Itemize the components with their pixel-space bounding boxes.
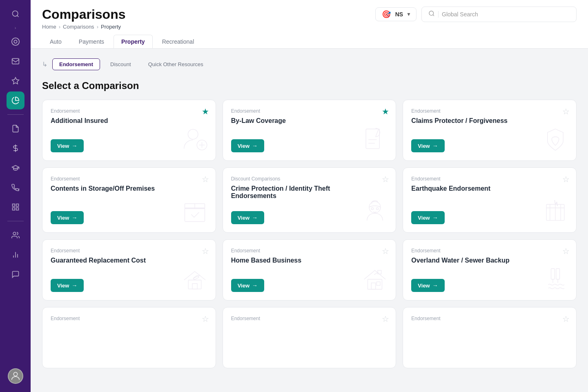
sub-tab-quick-other[interactable]: Quick Other Resources [141, 58, 210, 70]
phone-icon[interactable] [7, 178, 24, 196]
view-button[interactable]: View → [231, 139, 264, 152]
graduation-icon[interactable] [7, 159, 24, 177]
chart-pie-icon[interactable] [7, 91, 24, 109]
card-title: Guaranteed Replacement Cost [51, 257, 160, 271]
ns-flag: 🎯 [381, 10, 392, 18]
svg-rect-43 [556, 269, 560, 279]
people-icon[interactable] [7, 226, 24, 244]
svg-marker-4 [12, 78, 19, 84]
arrow-icon: → [432, 214, 438, 221]
star-icon[interactable]: ☆ [382, 314, 389, 324]
star-icon[interactable]: ☆ [562, 174, 570, 184]
svg-rect-39 [377, 282, 381, 285]
section-title: Select a Comparison [42, 80, 577, 91]
dollar-icon[interactable] [7, 139, 24, 157]
view-button[interactable]: View → [411, 279, 444, 292]
page-title: Comparisons [42, 7, 125, 22]
chat-grid-icon[interactable] [7, 198, 24, 216]
view-button[interactable]: View → [51, 139, 84, 152]
search-bar[interactable]: Global Search [421, 7, 577, 22]
star-icon[interactable]: ☆ [382, 174, 389, 184]
search-icon[interactable] [7, 5, 24, 23]
thief-icon [361, 197, 389, 226]
search-divider [438, 11, 439, 18]
sub-tab-endorsement[interactable]: Endorsement [52, 58, 100, 70]
card-type: Endorsement [411, 316, 568, 321]
view-button[interactable]: View → [411, 211, 444, 224]
card-title: Overland Water / Sewer Backup [411, 257, 521, 271]
star-icon[interactable] [7, 72, 24, 90]
shield-hand-icon [541, 125, 570, 154]
view-button[interactable]: View → [231, 279, 264, 292]
arrow-icon: → [71, 214, 77, 221]
svg-rect-38 [372, 283, 376, 290]
breadcrumb-current: Property [101, 24, 121, 30]
star-icon[interactable]: ☆ [202, 314, 209, 324]
card-partial-2: Endorsement ☆ [223, 307, 396, 368]
star-icon[interactable]: ☆ [202, 246, 209, 256]
tab-payments[interactable]: Payments [71, 35, 112, 48]
content-area: ↳ Endorsement Discount Quick Other Resou… [31, 49, 588, 392]
mail-icon[interactable] [7, 52, 24, 70]
bar-chart-icon[interactable] [7, 246, 24, 264]
card-type: Endorsement [51, 108, 207, 114]
card-type: Endorsement [51, 248, 207, 254]
breadcrumb-comparisons[interactable]: Comparisons [63, 24, 94, 30]
orbit-icon[interactable] [7, 33, 24, 51]
star-icon[interactable]: ☆ [382, 246, 389, 256]
header: Comparisons 🎯 NS ▼ Global Search Home › [31, 0, 588, 49]
main-tabs: Auto Payments Property Recreational [42, 35, 577, 48]
main-content: Comparisons 🎯 NS ▼ Global Search Home › [31, 0, 588, 392]
sidebar: › [0, 0, 31, 392]
view-button[interactable]: View → [51, 211, 84, 224]
svg-rect-34 [188, 280, 201, 289]
storage-box-icon [180, 197, 209, 226]
view-button[interactable]: View → [51, 279, 84, 292]
svg-rect-3 [12, 58, 19, 64]
arrow-icon: → [432, 282, 438, 289]
star-icon[interactable]: ☆ [562, 246, 570, 256]
svg-point-28 [376, 207, 379, 209]
svg-rect-35 [192, 284, 197, 289]
svg-point-26 [369, 202, 381, 213]
svg-rect-23 [185, 208, 205, 221]
star-icon[interactable]: ☆ [562, 107, 570, 116]
card-partial-3: Endorsement ☆ [403, 307, 577, 368]
arrow-icon: → [252, 143, 258, 149]
cards-grid: Endorsement Additional Insured ★ View → [42, 100, 577, 368]
star-icon[interactable]: ☆ [202, 174, 209, 184]
breadcrumb-home[interactable]: Home [42, 24, 56, 30]
card-type: Endorsement [411, 176, 568, 182]
avatar[interactable] [8, 368, 23, 384]
document-icon[interactable] [7, 120, 24, 138]
divider [7, 114, 24, 115]
card-type: Endorsement [51, 316, 207, 321]
star-icon[interactable]: ☆ [562, 314, 570, 324]
chevron-down-icon: ▼ [406, 11, 411, 17]
view-button[interactable]: View → [411, 139, 444, 152]
sub-tab-arrow-icon: ↳ [42, 60, 47, 68]
tab-auto[interactable]: Auto [42, 35, 69, 48]
svg-rect-9 [16, 208, 18, 210]
arrow-icon: → [252, 214, 258, 221]
house-wrench-icon [180, 265, 209, 294]
card-title: Additional Insured [51, 117, 160, 131]
view-button[interactable]: View → [231, 211, 264, 224]
svg-point-2 [11, 38, 19, 45]
sub-tab-discount[interactable]: Discount [103, 58, 138, 70]
arrow-icon: → [252, 282, 258, 289]
header-top: Comparisons 🎯 NS ▼ Global Search [42, 7, 577, 22]
card-type: Endorsement [231, 108, 388, 114]
arrow-icon: → [71, 282, 77, 289]
ns-selector[interactable]: 🎯 NS ▼ [375, 7, 416, 21]
breadcrumb: Home › Comparisons › Property [42, 24, 577, 30]
star-icon[interactable]: ★ [202, 107, 209, 116]
arrow-icon: → [71, 143, 77, 149]
tab-recreational[interactable]: Recreational [154, 35, 202, 48]
tab-property[interactable]: Property [114, 35, 153, 48]
breadcrumb-sep-2: › [97, 24, 98, 30]
speech-icon[interactable] [7, 265, 24, 283]
card-type: Endorsement [231, 316, 388, 321]
star-icon[interactable]: ★ [382, 107, 389, 116]
svg-point-10 [13, 232, 16, 235]
